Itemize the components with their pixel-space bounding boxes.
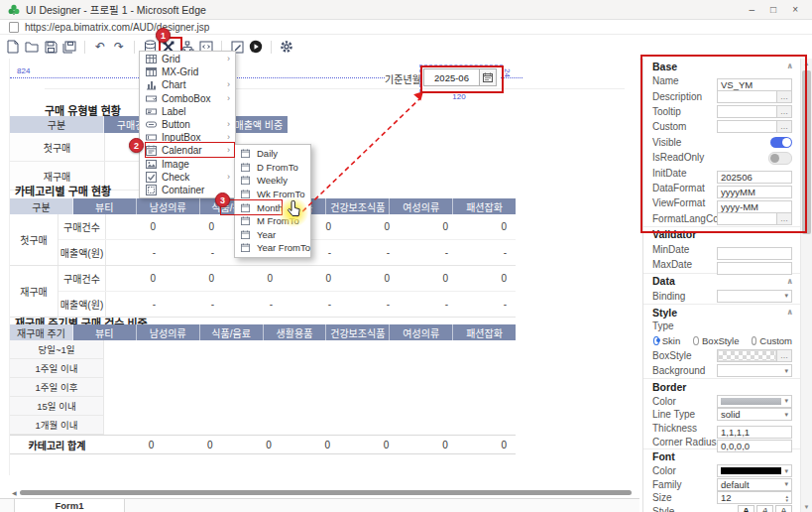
section-header-base[interactable]: Base ∧ [643, 59, 802, 73]
menu-item-mx-grid[interactable]: MX-Grid [140, 65, 235, 78]
run-button[interactable] [249, 40, 263, 54]
url-text: https://epa.bimatrix.com/AUD/designer.js… [25, 22, 209, 33]
calendar-widget[interactable]: 2025-06 [423, 68, 497, 86]
minimize-button[interactable]: – [750, 4, 755, 15]
open-button[interactable] [25, 40, 39, 54]
calendar-value-field[interactable]: 2025-06 [423, 68, 480, 86]
radio-label-boxstyle[interactable]: BoxStyle [702, 335, 740, 346]
scroll-left-icon[interactable]: ◀ [12, 489, 17, 496]
designer-main: 824 기준년월 2025-06 120 24 구매 유형별 현황 구분 구매건… [0, 59, 812, 512]
isreadonly-toggle[interactable] [768, 152, 792, 165]
value-cell [339, 378, 398, 397]
scroll-up-icon[interactable]: ▲ [801, 61, 812, 66]
footer-value: 0 [457, 440, 516, 450]
font-size-stepper[interactable]: 12 ▴▾ [717, 491, 792, 504]
italic-button[interactable]: A [756, 505, 773, 512]
maximize-button[interactable]: □ [770, 4, 776, 15]
bold-button[interactable]: A [738, 505, 754, 512]
value-cell: - [340, 240, 399, 265]
corner-radius-input[interactable] [717, 440, 792, 452]
column-header: 패션잡화 [453, 324, 516, 340]
collapse-caret-icon[interactable]: ∧ [787, 62, 794, 70]
horizontal-scrollbar[interactable]: ◀ [12, 489, 632, 496]
menu-item-combobox[interactable]: ComboBox› [140, 92, 235, 105]
period-label: 1개월 이내 [10, 416, 104, 435]
calendar-icon[interactable] [480, 68, 497, 86]
field-label-line-type: Line Type [652, 409, 695, 420]
ellipsis-button[interactable]: … [776, 121, 791, 132]
submenu-item-year-fromto[interactable]: Year FromTo [235, 241, 310, 255]
field-label-font-color: Color [652, 465, 676, 476]
horizontal-scroll-thumb[interactable] [20, 490, 632, 495]
section-header-validator: Validator [652, 228, 696, 240]
ellipsis-button[interactable]: … [776, 213, 791, 224]
close-button[interactable]: × [792, 4, 798, 15]
column-header: 생활용품 [264, 324, 327, 340]
menu-item-grid[interactable]: Grid› [140, 53, 235, 65]
radio-custom[interactable] [752, 336, 757, 345]
section-validator: Validator MinDate MaxDate [643, 226, 802, 273]
submenu-item-year[interactable]: Year [235, 228, 310, 242]
boxstyle-picker[interactable]: … [717, 349, 792, 362]
redo-button[interactable]: ↷ [112, 40, 126, 54]
designer-toolbar: ↶ ↷ 1 [0, 35, 812, 60]
visible-toggle[interactable] [770, 137, 792, 148]
menu-item-label[interactable]: Label [140, 105, 235, 118]
font-color-select[interactable]: ▾ [717, 464, 792, 477]
save-all-button[interactable] [62, 40, 76, 54]
combobox-icon [146, 93, 157, 104]
menu-item-image[interactable]: Image [140, 158, 235, 171]
column-header: 여성의류 [390, 324, 453, 340]
custom-input[interactable]: … [717, 120, 792, 133]
binding-select[interactable]: ▾ [717, 290, 792, 303]
description-input[interactable]: … [717, 90, 792, 103]
tab-form1[interactable]: Form1 [14, 499, 125, 512]
address-bar[interactable]: https://epa.bimatrix.com/AUD/designer.js… [0, 20, 812, 35]
submenu-item-daily[interactable]: Daily [235, 147, 310, 161]
submenu-item-weekly[interactable]: Weekly [235, 174, 310, 188]
value-cell [281, 397, 339, 416]
save-button[interactable] [44, 40, 58, 54]
submenu-item-d-fromto[interactable]: D FromTo [235, 161, 310, 175]
background-select[interactable]: ▾ [717, 364, 792, 377]
underline-button[interactable]: A [775, 505, 792, 512]
value-cell [281, 340, 339, 359]
selection-guide-line [501, 77, 522, 78]
section-style: Style ∧ Type Skin BoxStyle Custom BoxSty… [643, 304, 802, 378]
panel-scrollbar[interactable]: ▲ ▼ [800, 59, 812, 512]
border-color-select[interactable]: ▾ [717, 395, 792, 408]
tooltip-input[interactable]: … [717, 105, 792, 118]
field-label-name: Name [652, 75, 679, 86]
scroll-down-icon[interactable]: ▼ [801, 504, 812, 510]
ellipsis-button[interactable]: … [776, 350, 791, 361]
ellipsis-button[interactable]: … [776, 106, 791, 117]
ellipsis-button[interactable]: … [776, 91, 791, 102]
value-cell: 0 [106, 266, 165, 291]
new-file-button[interactable] [6, 40, 20, 54]
undo-button[interactable]: ↶ [93, 40, 107, 54]
line-type-select[interactable]: solid▾ [717, 408, 792, 421]
collapse-caret-icon[interactable]: ∧ [787, 308, 794, 317]
menu-item-chart[interactable]: Chart› [140, 78, 235, 91]
menu-item-calendar[interactable]: Calendar› [140, 144, 235, 157]
radio-skin[interactable] [653, 336, 659, 345]
menu-item-inputbox[interactable]: InputBox› [140, 131, 235, 144]
maxdate-input[interactable] [717, 262, 792, 275]
menu-item-check[interactable]: Check› [140, 171, 235, 184]
formatlangcode-input[interactable]: … [717, 212, 792, 225]
font-family-select[interactable]: default▾ [717, 478, 792, 491]
field-label-font-size: Size [652, 492, 671, 503]
radio-label-custom[interactable]: Custom [759, 335, 792, 346]
radio-label-skin[interactable]: Skin [662, 335, 680, 346]
value-cell [457, 340, 516, 359]
design-canvas[interactable]: 824 기준년월 2025-06 120 24 구매 유형별 현황 구분 구매건… [0, 59, 639, 512]
panel-scroll-thumb[interactable] [802, 70, 811, 234]
settings-button[interactable] [280, 40, 293, 54]
radio-boxstyle[interactable] [693, 336, 699, 345]
collapse-caret-icon[interactable]: ∧ [787, 277, 794, 286]
value-cell: - [340, 292, 399, 317]
step-down-icon[interactable]: ▾ [785, 498, 788, 502]
field-label-font-style: Style [652, 506, 674, 512]
value-cell [281, 359, 339, 378]
menu-item-button[interactable]: Button› [140, 118, 235, 131]
